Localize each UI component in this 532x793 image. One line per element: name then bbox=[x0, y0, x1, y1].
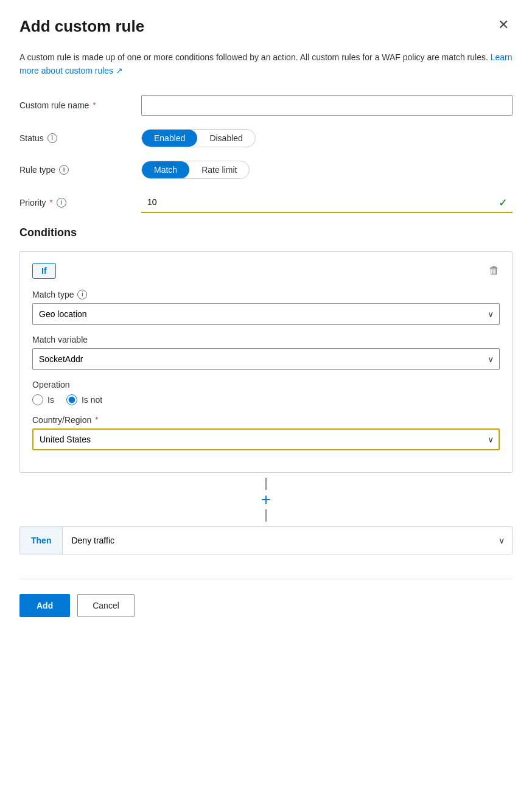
match-variable-select-wrap: SocketAddr RemoteAddr RequestHeader Requ… bbox=[32, 348, 500, 370]
if-badge: If bbox=[32, 263, 56, 279]
priority-input[interactable] bbox=[141, 192, 513, 213]
status-enabled-button[interactable]: Enabled bbox=[142, 130, 197, 147]
add-custom-rule-dialog: Add custom rule ✕ A custom rule is made … bbox=[0, 0, 532, 793]
priority-check-icon: ✓ bbox=[499, 196, 508, 209]
operation-isnot-label[interactable]: Is not bbox=[66, 394, 102, 405]
country-region-select[interactable]: United States Canada United Kingdom Germ… bbox=[32, 428, 500, 450]
then-select-wrap: Deny traffic Allow traffic Log ∨ bbox=[63, 527, 512, 554]
operation-radio-group: Is Is not bbox=[32, 394, 500, 405]
status-control: Enabled Disabled bbox=[141, 129, 513, 147]
custom-rule-name-input[interactable] bbox=[141, 95, 513, 116]
country-region-label: Country/Region * bbox=[32, 415, 500, 425]
close-button[interactable]: ✕ bbox=[494, 17, 513, 33]
add-condition-button[interactable]: + bbox=[259, 490, 273, 509]
priority-required-indicator: * bbox=[50, 198, 53, 207]
operation-label: Operation bbox=[32, 380, 500, 390]
dialog-header: Add custom rule ✕ bbox=[19, 17, 513, 36]
match-type-info-icon: i bbox=[77, 290, 87, 299]
match-type-select[interactable]: Geo location IP address Request URL Stri… bbox=[32, 303, 500, 325]
operation-isnot-radio[interactable] bbox=[66, 394, 77, 405]
country-region-required-indicator: * bbox=[95, 415, 98, 424]
cancel-button[interactable]: Cancel bbox=[77, 594, 135, 617]
priority-control: ✓ bbox=[141, 192, 513, 213]
then-row: Then Deny traffic Allow traffic Log ∨ bbox=[19, 526, 513, 554]
conditions-section-title: Conditions bbox=[19, 226, 513, 239]
status-label: Status i bbox=[19, 133, 141, 143]
status-row: Status i Enabled Disabled bbox=[19, 129, 513, 147]
dialog-title: Add custom rule bbox=[19, 17, 144, 36]
custom-rule-name-label: Custom rule name * bbox=[19, 100, 141, 110]
custom-rule-name-row: Custom rule name * bbox=[19, 95, 513, 116]
operation-group: Operation Is Is not bbox=[32, 380, 500, 405]
then-action-select[interactable]: Deny traffic Allow traffic Log bbox=[63, 527, 512, 554]
match-variable-select[interactable]: SocketAddr RemoteAddr RequestHeader Requ… bbox=[32, 348, 500, 370]
rule-type-rate-limit-button[interactable]: Rate limit bbox=[189, 161, 249, 178]
delete-condition-icon[interactable]: 🗑 bbox=[489, 264, 500, 277]
match-variable-label: Match variable bbox=[32, 335, 500, 344]
operation-isnot-text: Is not bbox=[82, 395, 102, 405]
rule-type-row: Rule type i Match Rate limit bbox=[19, 161, 513, 179]
status-toggle-group: Enabled Disabled bbox=[141, 129, 256, 147]
rule-type-match-button[interactable]: Match bbox=[142, 161, 189, 178]
connector-line-bottom bbox=[265, 509, 267, 522]
operation-is-radio[interactable] bbox=[32, 394, 43, 405]
match-type-label: Match type i bbox=[32, 290, 500, 299]
footer-buttons: Add Cancel bbox=[19, 579, 513, 617]
priority-input-wrap: ✓ bbox=[141, 192, 513, 213]
operation-is-text: Is bbox=[47, 395, 54, 405]
operation-is-label[interactable]: Is bbox=[32, 394, 54, 405]
priority-row: Priority * i ✓ bbox=[19, 192, 513, 213]
condition-block: If 🗑 Match type i Geo location IP addres… bbox=[19, 251, 513, 473]
add-condition-connector: + bbox=[19, 473, 513, 526]
connector-line-top bbox=[265, 478, 267, 490]
add-button[interactable]: Add bbox=[19, 594, 70, 617]
country-region-select-wrap: United States Canada United Kingdom Germ… bbox=[32, 428, 500, 450]
rule-type-info-icon: i bbox=[59, 165, 69, 175]
match-type-select-wrap: Geo location IP address Request URL Stri… bbox=[32, 303, 500, 325]
rule-type-toggle-group: Match Rate limit bbox=[141, 161, 250, 179]
priority-label: Priority * i bbox=[19, 198, 141, 208]
custom-rule-name-control bbox=[141, 95, 513, 116]
required-indicator: * bbox=[93, 100, 96, 110]
rule-type-label: Rule type i bbox=[19, 165, 141, 175]
external-link-icon: ↗ bbox=[116, 66, 123, 75]
priority-info-icon: i bbox=[57, 198, 66, 208]
status-info-icon: i bbox=[47, 133, 57, 143]
description-text: A custom rule is made up of one or more … bbox=[19, 51, 513, 78]
rule-type-control: Match Rate limit bbox=[141, 161, 513, 179]
then-badge: Then bbox=[20, 527, 63, 554]
condition-header: If 🗑 bbox=[32, 263, 500, 279]
status-disabled-button[interactable]: Disabled bbox=[197, 130, 254, 147]
